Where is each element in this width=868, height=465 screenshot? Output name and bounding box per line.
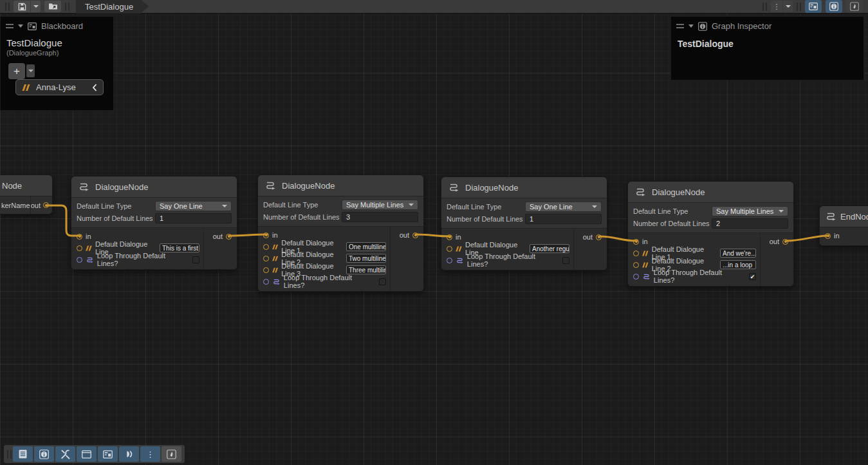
toggle-blackboard-button[interactable] — [805, 0, 822, 13]
dialogue-line-field[interactable]: Another regu — [530, 244, 569, 253]
node-header[interactable]: DialogueNode — [71, 176, 237, 198]
bool-port[interactable] — [633, 274, 639, 280]
field-value: 1 — [160, 214, 163, 222]
inspector-panel-button[interactable] — [34, 446, 54, 462]
loop-checkbox[interactable] — [562, 257, 569, 264]
toggle-inspector-button[interactable] — [826, 0, 842, 13]
string-port[interactable] — [633, 262, 639, 268]
string-port[interactable] — [633, 251, 639, 256]
dialogue-node[interactable]: DialogueNode Default Line Type Say Multi… — [257, 175, 424, 292]
add-property-dropdown[interactable] — [26, 64, 35, 77]
string-port[interactable] — [447, 246, 452, 252]
chevron-down-icon — [28, 70, 33, 72]
tools-panel-button[interactable] — [55, 446, 75, 462]
dialogue-line-field[interactable]: And we're... — [720, 249, 756, 258]
node-header[interactable]: EndNode — [820, 206, 868, 227]
toolbar-drag-handle[interactable] — [65, 3, 69, 11]
dialogue-node[interactable]: DialogueNode Default Line Type Say One L… — [441, 176, 607, 270]
dialogue-line-field[interactable]: Two multiline — [346, 254, 386, 263]
line-type-dropdown[interactable]: Say One Line — [525, 202, 602, 212]
collapse-arrow-icon[interactable] — [688, 24, 694, 28]
dialogue-node[interactable]: DialogueNode Default Line Type Say Multi… — [627, 181, 794, 287]
collapse-arrow-icon[interactable] — [18, 24, 23, 28]
dropdown-value: Say One Line — [530, 203, 573, 211]
loop-checkbox[interactable] — [192, 256, 199, 263]
dialogue-line-field[interactable]: ...in a loop — [720, 260, 756, 269]
prop-label: Default Line Type — [263, 201, 342, 209]
dialogue-node-icon — [264, 181, 276, 190]
line-type-dropdown[interactable]: Say Multiple Lines — [342, 200, 418, 210]
out-port-label: out — [213, 232, 223, 240]
blackboard-icon — [28, 23, 37, 30]
string-port[interactable] — [77, 245, 82, 251]
line-type-dropdown[interactable]: Say Multiple Lines — [712, 206, 788, 216]
drag-grip-icon[interactable] — [676, 24, 684, 28]
node-header[interactable]: DialogueNode — [628, 182, 793, 203]
bool-port[interactable] — [77, 257, 82, 263]
quote-icon — [456, 246, 462, 252]
dialogue-line-field[interactable]: Three multilin — [346, 265, 386, 274]
save-button[interactable] — [14, 1, 30, 12]
line-count-field[interactable]: 1 — [525, 214, 602, 224]
overflow-menu-button[interactable]: ⋮ — [771, 1, 782, 12]
node-title: DialogueNode — [282, 181, 335, 191]
kebab-menu-icon: ⋮ — [773, 3, 780, 11]
bool-port[interactable] — [447, 258, 452, 263]
node-header[interactable]: DialogueNode — [441, 177, 607, 198]
toolbar-drag-handle[interactable] — [762, 3, 767, 11]
line-count-field[interactable]: 1 — [155, 213, 232, 223]
chevron-left-icon[interactable] — [92, 84, 97, 91]
node-header[interactable]: Node — [0, 175, 52, 196]
toolbar-drag-handle[interactable] — [797, 3, 801, 11]
spark-panel-button[interactable] — [162, 446, 181, 462]
dialogue-line-field[interactable]: This is a first — [160, 243, 199, 252]
string-port[interactable] — [263, 267, 269, 273]
blackboard-panel: Blackboard TestDialogue (DialogueGraph) … — [0, 16, 114, 111]
end-node[interactable]: EndNode in — [819, 205, 868, 246]
chevron-down-icon — [779, 210, 784, 213]
overflow-panel-button[interactable]: ⋮ — [140, 446, 160, 462]
blackboard-panel-button[interactable] — [98, 446, 118, 462]
dialogue-line-field[interactable]: One multiline — [346, 242, 386, 251]
drag-grip-icon[interactable] — [6, 24, 14, 28]
loop-icon — [456, 257, 464, 264]
node-title: DialogueNode — [95, 182, 148, 192]
node-header[interactable]: DialogueNode — [258, 175, 423, 196]
toggle-spark-button[interactable] — [846, 0, 863, 13]
quote-icon — [86, 245, 92, 251]
line-type-dropdown[interactable]: Say One Line — [155, 201, 232, 211]
add-property-button[interactable]: + — [8, 63, 25, 79]
in-port-label: in — [272, 231, 278, 239]
window-panel-button[interactable] — [77, 446, 97, 462]
chevron-down-icon — [409, 204, 414, 206]
prop-label: Number of Default Lines — [447, 215, 525, 223]
field-value: 1 — [530, 215, 533, 223]
prop-label: Number of Default Lines — [263, 213, 342, 221]
prop-label: Default Line Type — [633, 207, 712, 215]
overflow-menu-dropdown[interactable] — [783, 1, 793, 12]
quote-icon — [22, 84, 30, 91]
loop-checkbox[interactable] — [379, 278, 386, 285]
loop-checkbox[interactable]: ✔ — [749, 273, 756, 280]
bottom-toolbar: ⋮ — [4, 445, 185, 463]
transition-panel-button[interactable] — [119, 446, 139, 462]
graph-tab[interactable]: TestDialogue — [76, 0, 149, 14]
quote-icon — [272, 256, 278, 261]
dialogue-node[interactable]: DialogueNode Default Line Type Say One L… — [71, 176, 237, 270]
script-panel-button[interactable] — [13, 446, 33, 462]
blackboard-icon — [103, 450, 113, 459]
quote-icon — [642, 251, 649, 256]
line-count-field[interactable]: 2 — [712, 218, 788, 229]
start-node[interactable]: Node kerName out — [0, 175, 53, 214]
bool-port[interactable] — [263, 279, 269, 285]
toolbar-drag-handle[interactable] — [5, 3, 10, 11]
string-port[interactable] — [263, 256, 269, 261]
line-count-field[interactable]: 3 — [342, 212, 418, 222]
prop-label: Number of Default Lines — [633, 220, 712, 227]
string-port[interactable] — [263, 244, 269, 250]
blackboard-item[interactable]: Anna-Lyse — [15, 79, 104, 95]
save-dropdown-button[interactable] — [31, 1, 41, 12]
out-port-label: out — [400, 231, 409, 239]
toolbar-drag-handle[interactable] — [7, 450, 12, 459]
open-asset-button[interactable] — [44, 1, 61, 12]
